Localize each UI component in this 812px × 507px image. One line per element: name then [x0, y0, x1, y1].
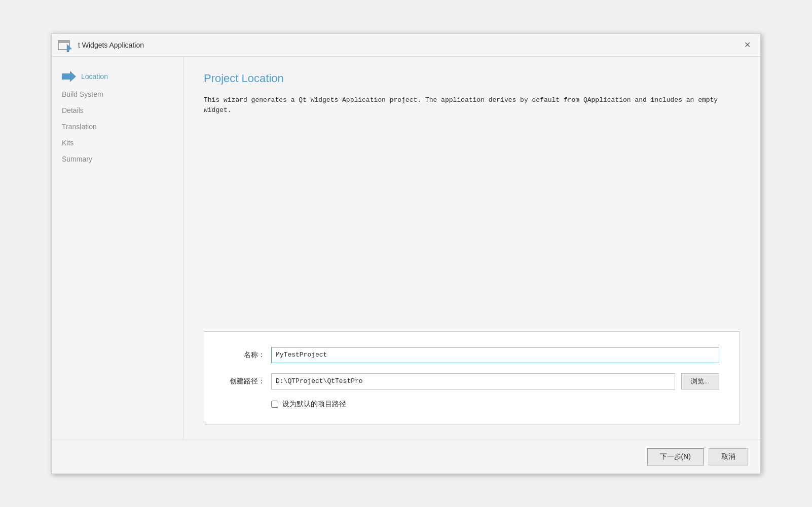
sidebar-item-details[interactable]: Details [52, 102, 183, 119]
arrow-right-icon [62, 71, 76, 82]
dialog-body: Location Build System Details Translatio… [52, 57, 760, 440]
sidebar-label-summary: Summary [62, 155, 92, 163]
browse-button[interactable]: 浏览... [681, 373, 719, 389]
sidebar-label-location: Location [81, 72, 108, 81]
sidebar: Location Build System Details Translatio… [52, 57, 183, 440]
svg-marker-3 [62, 71, 76, 82]
new-project-dialog: t Widgets Application ✕ Location Build S… [51, 33, 761, 474]
sidebar-item-translation[interactable]: Translation [52, 119, 183, 135]
default-path-label: 设为默认的项目路径 [282, 400, 346, 409]
name-row: 名称： [225, 347, 719, 363]
path-label: 创建路径： [225, 377, 265, 386]
sidebar-item-summary[interactable]: Summary [52, 151, 183, 167]
description-text: This wizard generates a Qt Widgets Appli… [204, 95, 740, 116]
sidebar-label-build-system: Build System [62, 90, 103, 98]
dialog-title: t Widgets Application [78, 41, 144, 49]
sidebar-label-details: Details [62, 106, 84, 114]
title-bar: t Widgets Application ✕ [52, 34, 760, 57]
sidebar-label-kits: Kits [62, 139, 73, 147]
title-bar-left: t Widgets Application [58, 38, 144, 52]
cancel-button[interactable]: 取消 [709, 448, 748, 465]
next-button[interactable]: 下一步(N) [647, 448, 704, 465]
sidebar-label-translation: Translation [62, 123, 97, 131]
svg-rect-1 [58, 41, 69, 43]
checkbox-row: 设为默认的项目路径 [271, 400, 719, 409]
sidebar-item-kits[interactable]: Kits [52, 135, 183, 151]
form-section: 名称： 创建路径： 浏览... 设为默认的项目路径 [204, 331, 740, 424]
content-area: Project Location This wizard generates a… [183, 57, 760, 440]
name-label: 名称： [225, 350, 265, 360]
page-title: Project Location [204, 72, 740, 85]
close-button[interactable]: ✕ [740, 38, 754, 52]
path-input[interactable] [271, 373, 675, 389]
app-icon [58, 38, 74, 52]
dialog-footer: 下一步(N) 取消 [52, 440, 760, 474]
path-row: 创建路径： 浏览... [225, 373, 719, 389]
name-input[interactable] [271, 347, 719, 363]
default-path-checkbox[interactable] [271, 401, 278, 408]
sidebar-item-build-system[interactable]: Build System [52, 86, 183, 102]
sidebar-item-location[interactable]: Location [52, 67, 183, 86]
